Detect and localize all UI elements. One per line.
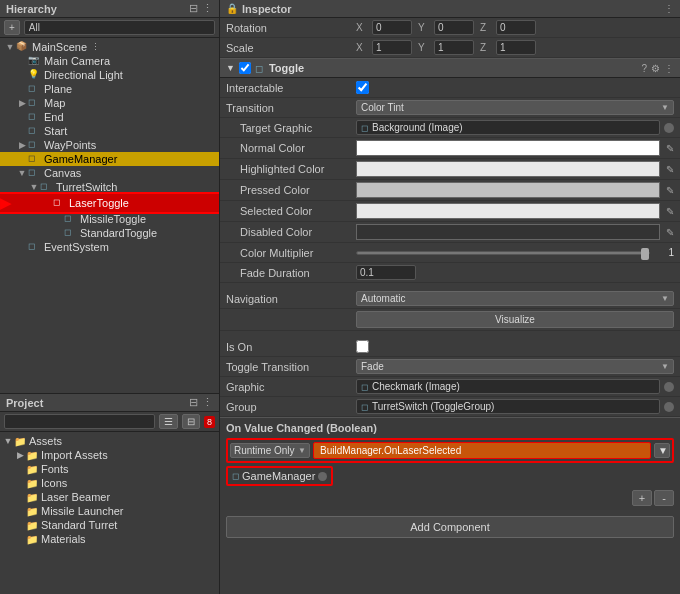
pressed-color-picker-icon[interactable]: ✎ xyxy=(666,185,674,196)
toggle-menu-icon[interactable]: ⋮ xyxy=(664,63,674,74)
game-manager-picker[interactable] xyxy=(318,472,327,481)
pressed-color-row: Pressed Color ✎ xyxy=(220,180,680,201)
visualize-button[interactable]: Visualize xyxy=(356,311,674,328)
navigation-row: Navigation Automatic ▼ xyxy=(220,289,680,309)
tree-item-directional-light[interactable]: ▶ 💡 Directional Light xyxy=(0,68,219,82)
inspector-menu-icon[interactable]: ⋮ xyxy=(664,3,674,14)
rotation-z-input[interactable] xyxy=(496,20,536,35)
tree-arrow-canvas[interactable]: ▼ xyxy=(16,168,28,178)
group-picker[interactable] xyxy=(664,402,674,412)
disabled-color-picker-icon[interactable]: ✎ xyxy=(666,227,674,238)
tree-item-main-scene[interactable]: ▼ 📦 MainScene ⋮ xyxy=(0,40,219,54)
project-item-icons[interactable]: ▶ 📁 Icons xyxy=(0,476,219,490)
game-manager-ref-icon: ◻ xyxy=(232,471,239,481)
target-graphic-ref[interactable]: ◻ Background (Image) xyxy=(356,120,660,135)
graphic-ref[interactable]: ◻ Checkmark (Image) xyxy=(356,379,660,394)
tree-label-standardtoggle: StandardToggle xyxy=(80,227,157,239)
method-value-box[interactable]: BuildManager.OnLaserSelected xyxy=(313,442,651,459)
highlighted-color-picker-icon[interactable]: ✎ xyxy=(666,164,674,175)
game-manager-ref-box[interactable]: ◻ GameManager xyxy=(226,466,333,486)
project-filter-button[interactable]: ☰ xyxy=(159,414,178,429)
tree-item-main-camera[interactable]: ▶ 📷 Main Camera xyxy=(0,54,219,68)
pressed-color-value: ✎ xyxy=(356,182,674,198)
project-search-input[interactable] xyxy=(4,414,155,429)
add-component-button[interactable]: Add Component xyxy=(226,516,674,538)
inspector-lock-icon[interactable]: 🔒 xyxy=(226,3,238,14)
graphic-ref-value: Checkmark (Image) xyxy=(372,381,460,392)
project-list-button[interactable]: ⊟ xyxy=(182,414,200,429)
rotation-x-input[interactable] xyxy=(372,20,412,35)
highlighted-color-label: Highlighted Color xyxy=(226,163,356,175)
transition-row: Transition Color Tint ▼ xyxy=(220,98,680,118)
waypoints-icon: ◻ xyxy=(28,139,42,151)
toggle-component-header[interactable]: ▼ ◻ Toggle ? ⚙ ⋮ xyxy=(220,58,680,78)
group-ref[interactable]: ◻ TurretSwitch (ToggleGroup) xyxy=(356,399,660,414)
graphic-picker[interactable] xyxy=(664,382,674,392)
hierarchy-menu-icon[interactable]: ⋮ xyxy=(202,2,213,15)
toggle-transition-dropdown[interactable]: Fade ▼ xyxy=(356,359,674,374)
tree-item-standardtoggle[interactable]: ▶ ◻ StandardToggle xyxy=(0,226,219,240)
selected-color-picker-icon[interactable]: ✎ xyxy=(666,206,674,217)
project-item-standard-turret[interactable]: ▶ 📁 Standard Turret xyxy=(0,518,219,532)
tree-arrow-turretswitch[interactable]: ▼ xyxy=(28,182,40,192)
camera-icon: 📷 xyxy=(28,55,42,67)
scale-value: X Y Z xyxy=(356,40,674,55)
navigation-dropdown[interactable]: Automatic ▼ xyxy=(356,291,674,306)
tree-item-lasertoggle[interactable]: ▶ ▶ ◻ LaserToggle xyxy=(0,194,219,212)
main-scene-menu[interactable]: ⋮ xyxy=(91,42,100,52)
color-multiplier-thumb[interactable] xyxy=(641,248,649,260)
target-graphic-picker[interactable] xyxy=(664,123,674,133)
hierarchy-add-button[interactable]: + xyxy=(4,20,20,35)
fade-duration-input[interactable] xyxy=(356,265,416,280)
tree-item-gamemanager[interactable]: ▶ ◻ GameManager xyxy=(0,152,219,166)
tree-item-map[interactable]: ▶ ◻ Map xyxy=(0,96,219,110)
remove-event-button[interactable]: - xyxy=(654,490,674,506)
tree-item-missiletoggle[interactable]: ▶ ◻ MissileToggle xyxy=(0,212,219,226)
normal-color-swatch[interactable] xyxy=(356,140,660,156)
toggle-enabled-checkbox[interactable] xyxy=(239,62,251,74)
color-multiplier-slider[interactable]: 1 xyxy=(356,247,674,258)
rotation-y-input[interactable] xyxy=(434,20,474,35)
project-item-missile-launcher[interactable]: ▶ 📁 Missile Launcher xyxy=(0,504,219,518)
scale-z-input[interactable] xyxy=(496,40,536,55)
selected-color-swatch[interactable] xyxy=(356,203,660,219)
highlighted-color-swatch[interactable] xyxy=(356,161,660,177)
disabled-color-swatch[interactable] xyxy=(356,224,660,240)
tree-arrow-waypoints[interactable]: ▶ xyxy=(16,140,28,150)
project-item-materials[interactable]: ▶ 📁 Materials xyxy=(0,532,219,546)
tree-item-canvas[interactable]: ▼ ◻ Canvas xyxy=(0,166,219,180)
normal-color-picker-icon[interactable]: ✎ xyxy=(666,143,674,154)
is-on-checkbox[interactable] xyxy=(356,340,369,353)
laser-beamer-folder-icon: 📁 xyxy=(26,492,38,503)
is-on-row: Is On xyxy=(220,337,680,357)
fonts-folder-icon: 📁 xyxy=(26,464,38,475)
tree-item-turretswitch[interactable]: ▼ ◻ TurretSwitch xyxy=(0,180,219,194)
rotation-value: X Y Z xyxy=(356,20,674,35)
method-dropdown-arrow[interactable]: ▼ xyxy=(654,443,670,458)
add-event-button[interactable]: + xyxy=(632,490,652,506)
interactable-checkbox[interactable] xyxy=(356,81,369,94)
runtime-only-dropdown[interactable]: Runtime Only ▼ xyxy=(230,443,310,458)
red-arrow-icon: ▶ xyxy=(0,195,11,211)
tree-item-eventsystem[interactable]: ▶ ◻ EventSystem xyxy=(0,240,219,254)
hierarchy-search-input[interactable] xyxy=(24,20,215,35)
tree-item-start[interactable]: ▶ ◻ Start xyxy=(0,124,219,138)
project-menu-icon[interactable]: ⋮ xyxy=(202,396,213,409)
tree-arrow-map[interactable]: ▶ xyxy=(16,98,28,108)
transition-dropdown[interactable]: Color Tint ▼ xyxy=(356,100,674,115)
project-item-assets[interactable]: ▼ 📁 Assets xyxy=(0,434,219,448)
tree-item-plane[interactable]: ▶ ◻ Plane xyxy=(0,82,219,96)
tree-item-waypoints[interactable]: ▶ ◻ WayPoints xyxy=(0,138,219,152)
toggle-collapse-arrow[interactable]: ▼ xyxy=(226,63,235,73)
inspector-panel: 🔒 Inspector ⋮ Rotation X Y Z Scal xyxy=(220,0,680,594)
project-item-laser-beamer[interactable]: ▶ 📁 Laser Beamer xyxy=(0,490,219,504)
scale-x-input[interactable] xyxy=(372,40,412,55)
scale-y-input[interactable] xyxy=(434,40,474,55)
toggle-help-icon[interactable]: ? xyxy=(641,63,647,74)
tree-item-end[interactable]: ▶ ◻ End xyxy=(0,110,219,124)
project-item-fonts[interactable]: ▶ 📁 Fonts xyxy=(0,462,219,476)
toggle-settings-icon[interactable]: ⚙ xyxy=(651,63,660,74)
pressed-color-swatch[interactable] xyxy=(356,182,660,198)
target-graphic-ref-value: Background (Image) xyxy=(372,122,463,133)
project-item-import-assets[interactable]: ▶ 📁 Import Assets xyxy=(0,448,219,462)
